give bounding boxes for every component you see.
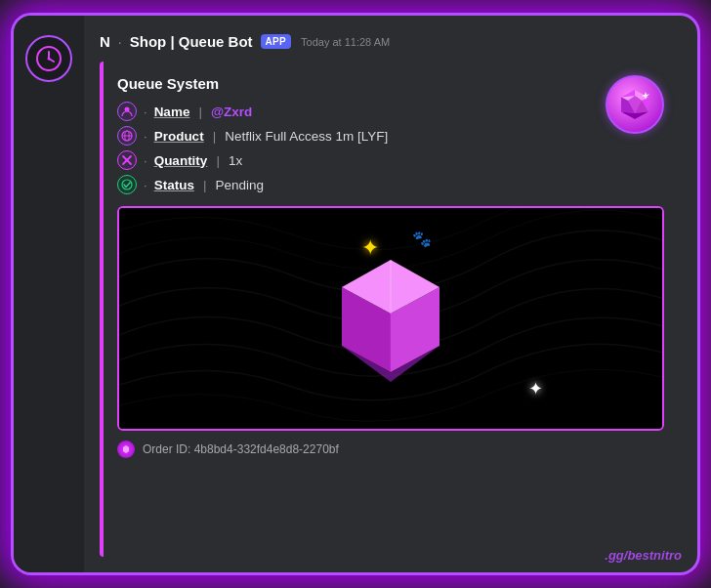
person-icon	[117, 102, 137, 121]
message-timestamp: Today at 11:28 AM	[301, 36, 390, 48]
embed-thumbnail	[606, 75, 664, 134]
field-quantity: · Quantity | 1x	[117, 150, 664, 170]
bot-name: N	[100, 33, 110, 50]
discord-embed-container: N · Shop | Queue Bot APP Today at 11:28 …	[14, 16, 697, 572]
gem-icon-small	[616, 86, 653, 123]
bullet-2: ·	[144, 129, 147, 144]
field-label-product: Product	[154, 129, 204, 144]
field-sep-2: |	[213, 129, 217, 144]
image-background: ✦ ✦ 🐾	[119, 208, 662, 429]
field-label-name: Name	[154, 105, 190, 119]
bot-avatar	[25, 35, 72, 82]
field-value-product: Netflix Full Access 1m [LYF]	[225, 129, 388, 144]
dot-separator: ·	[118, 34, 122, 50]
bullet-3: ·	[144, 153, 147, 168]
channel-name: Shop | Queue Bot	[130, 33, 253, 50]
embed-title: Queue System	[117, 75, 664, 92]
cursor-icon: 🐾	[412, 230, 432, 248]
embed-box: Queue System	[100, 62, 678, 557]
footer-icon	[117, 441, 135, 458]
field-status: · Status | Pending	[117, 175, 664, 194]
svg-point-3	[48, 58, 51, 61]
bullet-1: ·	[144, 105, 147, 119]
footer-order-id: Order ID: 4b8bd4-332fd4e8d8-2270bf	[143, 442, 339, 456]
app-badge: APP	[261, 34, 291, 49]
sparkle-bottom-icon: ✦	[528, 378, 543, 399]
sparkle-top-icon: ✦	[361, 235, 379, 261]
embed-image: ✦ ✦ 🐾	[117, 206, 664, 431]
field-product: · Product | Netflix Full Access 1m [LYF]	[117, 126, 664, 146]
field-sep-1: |	[198, 105, 202, 119]
field-label-status: Status	[154, 178, 194, 192]
clock-icon	[35, 45, 63, 72]
field-label-quantity: Quantity	[154, 153, 208, 168]
watermark-text: .gg/bestnitro	[605, 548, 682, 563]
quantity-icon	[117, 150, 137, 170]
left-sidebar	[14, 16, 84, 572]
field-name: · Name | @Zxrd	[117, 102, 664, 121]
embed-fields: · Name | @Zxrd · Product	[117, 102, 664, 194]
field-value-status: Pending	[215, 178, 264, 192]
embed-footer: Order ID: 4b8bd4-332fd4e8d8-2270bf	[117, 441, 664, 458]
main-content-area: N · Shop | Queue Bot APP Today at 11:28 …	[84, 16, 697, 572]
bullet-4: ·	[144, 178, 147, 192]
field-value-quantity: 1x	[229, 153, 242, 168]
message-header: N · Shop | Queue Bot APP Today at 11:28 …	[100, 33, 678, 50]
field-sep-3: |	[216, 153, 220, 168]
globe-icon	[117, 126, 137, 146]
field-value-name: @Zxrd	[211, 105, 252, 119]
check-icon	[117, 175, 137, 194]
field-sep-4: |	[203, 178, 207, 192]
gem-3d-icon	[303, 231, 479, 406]
svg-marker-28	[123, 445, 129, 453]
